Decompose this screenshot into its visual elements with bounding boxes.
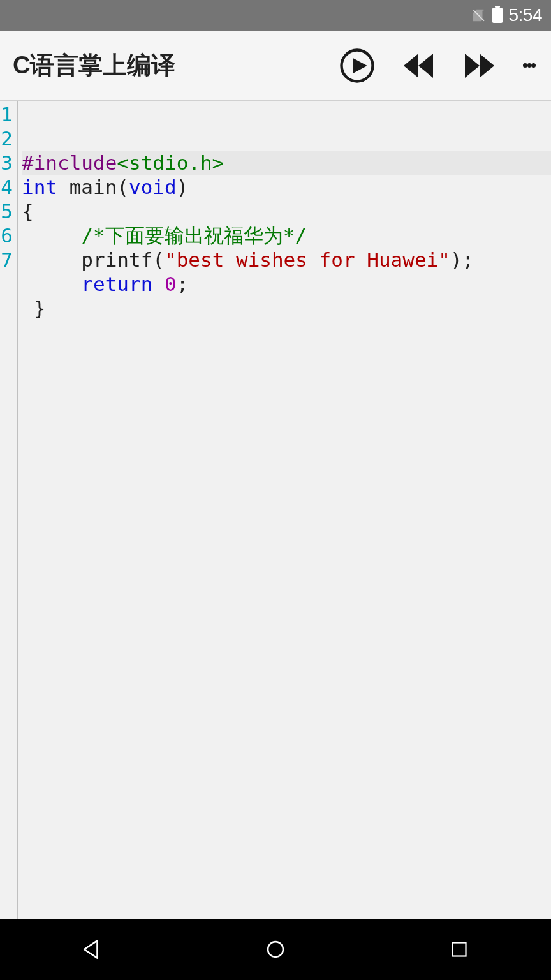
line-number: 5 <box>0 199 13 223</box>
token-header: <stdio.h> <box>117 151 224 174</box>
code-line: #include<stdio.h> <box>22 151 551 175</box>
line-number: 3 <box>0 151 13 175</box>
token-punct: ) <box>177 175 189 198</box>
code-editor[interactable]: 1 2 3 4 5 6 7 #include<stdio.h>int main(… <box>0 101 551 919</box>
code-line: int main(void) <box>22 175 188 198</box>
line-number: 6 <box>0 223 13 248</box>
svg-point-1 <box>268 942 283 957</box>
code-line: } <box>22 297 45 320</box>
code-line: { <box>22 200 34 223</box>
token-string: "best wishes for Huawei" <box>165 248 450 271</box>
token-punct: ); <box>450 248 474 271</box>
token-indent <box>22 248 81 271</box>
token-ident: main( <box>57 175 129 198</box>
back-button[interactable] <box>0 919 184 980</box>
dot-icon <box>527 63 532 68</box>
more-menu-button[interactable] <box>523 48 536 84</box>
token-indent <box>22 272 81 295</box>
code-line: /*下面要输出祝福华为*/ <box>22 224 307 247</box>
token-space <box>152 272 165 295</box>
token-comment: /*下面要输出祝福华为*/ <box>81 224 307 247</box>
token-keyword: return <box>81 272 152 295</box>
token-preprocessor: #include <box>22 151 117 174</box>
dot-icon <box>531 63 536 68</box>
token-number: 0 <box>165 272 177 295</box>
dot-icon <box>523 63 527 68</box>
recents-button[interactable] <box>367 919 551 980</box>
no-sim-icon <box>472 8 486 22</box>
gutter-divider <box>17 101 18 919</box>
forward-button[interactable] <box>462 48 497 84</box>
status-bar: 5:54 <box>0 0 551 31</box>
line-number: 1 <box>0 102 13 126</box>
svg-rect-2 <box>453 943 466 956</box>
line-gutter: 1 2 3 4 5 6 7 <box>0 101 13 919</box>
token-ident: printf( <box>81 248 165 271</box>
token-punct: { <box>22 200 34 223</box>
system-nav-bar <box>0 919 551 980</box>
token-punct: } <box>22 297 45 320</box>
token-keyword: void <box>129 175 177 198</box>
toolbar <box>339 48 538 84</box>
line-number: 7 <box>0 248 13 272</box>
token-punct: ; <box>177 272 189 295</box>
code-line: return 0; <box>22 272 188 295</box>
line-number: 4 <box>0 175 13 199</box>
status-time: 5:54 <box>509 5 543 26</box>
run-button[interactable] <box>339 48 375 84</box>
line-number: 2 <box>0 126 13 151</box>
token-keyword: int <box>22 175 57 198</box>
battery-icon <box>492 8 503 23</box>
home-button[interactable] <box>184 919 367 980</box>
rewind-button[interactable] <box>400 48 436 84</box>
token-indent <box>22 224 81 247</box>
app-title: C语言掌上编译 <box>13 49 339 82</box>
code-text-area[interactable]: #include<stdio.h>int main(void) { /*下面要输… <box>22 101 551 919</box>
code-line: printf("best wishes for Huawei"); <box>22 248 474 271</box>
app-bar: C语言掌上编译 <box>0 31 551 101</box>
